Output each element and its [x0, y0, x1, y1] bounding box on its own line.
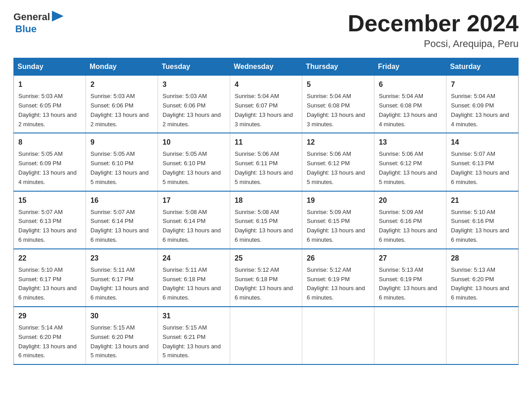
svg-marker-0 [52, 11, 64, 21]
day-info: Sunrise: 5:08 AMSunset: 6:14 PMDaylight:… [163, 209, 221, 243]
calendar-cell: 23Sunrise: 5:11 AMSunset: 6:17 PMDayligh… [86, 249, 158, 307]
day-header-wednesday: Wednesday [230, 58, 302, 76]
calendar-cell: 16Sunrise: 5:07 AMSunset: 6:14 PMDayligh… [86, 191, 158, 249]
calendar-cell: 6Sunrise: 5:04 AMSunset: 6:08 PMDaylight… [374, 76, 446, 133]
calendar-week-row: 22Sunrise: 5:10 AMSunset: 6:17 PMDayligh… [14, 249, 519, 307]
day-info: Sunrise: 5:04 AMSunset: 6:08 PMDaylight:… [379, 93, 437, 127]
day-number: 19 [307, 195, 369, 206]
calendar-cell: 7Sunrise: 5:04 AMSunset: 6:09 PMDaylight… [446, 76, 519, 133]
day-info: Sunrise: 5:07 AMSunset: 6:13 PMDaylight:… [451, 150, 509, 185]
day-header-monday: Monday [86, 58, 158, 76]
day-number: 13 [379, 137, 442, 148]
day-info: Sunrise: 5:04 AMSunset: 6:09 PMDaylight:… [451, 93, 509, 127]
day-number: 17 [163, 195, 225, 206]
day-info: Sunrise: 5:05 AMSunset: 6:09 PMDaylight:… [18, 150, 77, 185]
day-number: 1 [18, 79, 81, 90]
calendar-cell: 25Sunrise: 5:12 AMSunset: 6:18 PMDayligh… [230, 249, 302, 307]
day-number: 23 [90, 253, 153, 264]
calendar-cell: 19Sunrise: 5:09 AMSunset: 6:15 PMDayligh… [302, 191, 374, 249]
day-info: Sunrise: 5:10 AMSunset: 6:16 PMDaylight:… [451, 209, 509, 243]
day-number: 26 [307, 253, 369, 264]
calendar-cell: 22Sunrise: 5:10 AMSunset: 6:17 PMDayligh… [14, 249, 86, 307]
day-number: 18 [235, 195, 297, 206]
calendar-cell: 28Sunrise: 5:13 AMSunset: 6:20 PMDayligh… [446, 249, 519, 307]
day-number: 12 [307, 137, 369, 148]
day-number: 30 [90, 311, 153, 321]
month-title: December 2024 [348, 11, 519, 36]
calendar-cell: 21Sunrise: 5:10 AMSunset: 6:16 PMDayligh… [446, 191, 519, 249]
calendar-cell: 27Sunrise: 5:13 AMSunset: 6:19 PMDayligh… [374, 249, 446, 307]
day-info: Sunrise: 5:15 AMSunset: 6:21 PMDaylight:… [163, 324, 221, 359]
calendar-week-row: 8Sunrise: 5:05 AMSunset: 6:09 PMDaylight… [14, 133, 519, 191]
calendar-cell: 18Sunrise: 5:08 AMSunset: 6:15 PMDayligh… [230, 191, 302, 249]
day-info: Sunrise: 5:14 AMSunset: 6:20 PMDaylight:… [18, 324, 77, 359]
day-number: 9 [90, 137, 153, 148]
day-number: 3 [163, 79, 225, 90]
day-header-tuesday: Tuesday [158, 58, 230, 76]
day-number: 14 [451, 137, 514, 148]
calendar-cell: 31Sunrise: 5:15 AMSunset: 6:21 PMDayligh… [158, 307, 230, 364]
day-header-thursday: Thursday [302, 58, 374, 76]
day-number: 15 [18, 195, 81, 206]
calendar-cell [230, 307, 302, 364]
day-info: Sunrise: 5:12 AMSunset: 6:19 PMDaylight:… [307, 266, 365, 301]
calendar-cell: 15Sunrise: 5:07 AMSunset: 6:13 PMDayligh… [14, 191, 86, 249]
day-info: Sunrise: 5:04 AMSunset: 6:07 PMDaylight:… [235, 93, 293, 127]
calendar-cell: 1Sunrise: 5:03 AMSunset: 6:05 PMDaylight… [14, 76, 86, 133]
calendar-week-row: 1Sunrise: 5:03 AMSunset: 6:05 PMDaylight… [14, 76, 519, 133]
calendar-cell: 11Sunrise: 5:06 AMSunset: 6:11 PMDayligh… [230, 133, 302, 191]
calendar-header-row: SundayMondayTuesdayWednesdayThursdayFrid… [14, 58, 519, 76]
day-number: 4 [235, 79, 297, 90]
day-info: Sunrise: 5:06 AMSunset: 6:12 PMDaylight:… [379, 150, 437, 185]
calendar-cell: 14Sunrise: 5:07 AMSunset: 6:13 PMDayligh… [446, 133, 519, 191]
day-info: Sunrise: 5:15 AMSunset: 6:20 PMDaylight:… [90, 324, 149, 359]
day-info: Sunrise: 5:03 AMSunset: 6:06 PMDaylight:… [163, 93, 221, 127]
calendar-cell: 10Sunrise: 5:05 AMSunset: 6:10 PMDayligh… [158, 133, 230, 191]
calendar-cell: 3Sunrise: 5:03 AMSunset: 6:06 PMDaylight… [158, 76, 230, 133]
day-info: Sunrise: 5:11 AMSunset: 6:17 PMDaylight:… [90, 266, 149, 301]
calendar-cell: 8Sunrise: 5:05 AMSunset: 6:09 PMDaylight… [14, 133, 86, 191]
day-info: Sunrise: 5:09 AMSunset: 6:15 PMDaylight:… [307, 209, 365, 243]
calendar-cell: 24Sunrise: 5:11 AMSunset: 6:18 PMDayligh… [158, 249, 230, 307]
day-number: 8 [18, 137, 81, 148]
calendar-cell: 29Sunrise: 5:14 AMSunset: 6:20 PMDayligh… [14, 307, 86, 364]
calendar-cell: 4Sunrise: 5:04 AMSunset: 6:07 PMDaylight… [230, 76, 302, 133]
calendar-cell: 30Sunrise: 5:15 AMSunset: 6:20 PMDayligh… [86, 307, 158, 364]
day-info: Sunrise: 5:04 AMSunset: 6:08 PMDaylight:… [307, 93, 365, 127]
calendar-cell [446, 307, 519, 364]
day-info: Sunrise: 5:09 AMSunset: 6:16 PMDaylight:… [379, 209, 437, 243]
day-info: Sunrise: 5:06 AMSunset: 6:12 PMDaylight:… [307, 150, 365, 185]
logo: General Blue [13, 11, 64, 35]
day-info: Sunrise: 5:13 AMSunset: 6:19 PMDaylight:… [379, 266, 437, 301]
day-info: Sunrise: 5:07 AMSunset: 6:13 PMDaylight:… [18, 209, 77, 243]
day-info: Sunrise: 5:13 AMSunset: 6:20 PMDaylight:… [451, 266, 509, 301]
day-number: 6 [379, 79, 442, 90]
day-info: Sunrise: 5:05 AMSunset: 6:10 PMDaylight:… [163, 150, 221, 185]
day-number: 29 [18, 311, 81, 321]
day-info: Sunrise: 5:03 AMSunset: 6:05 PMDaylight:… [18, 93, 77, 127]
day-header-sunday: Sunday [14, 58, 86, 76]
day-info: Sunrise: 5:11 AMSunset: 6:18 PMDaylight:… [163, 266, 221, 301]
day-info: Sunrise: 5:07 AMSunset: 6:14 PMDaylight:… [90, 209, 149, 243]
day-info: Sunrise: 5:03 AMSunset: 6:06 PMDaylight:… [90, 93, 149, 127]
title-area: December 2024 Pocsi, Arequipa, Peru [348, 11, 519, 50]
day-header-friday: Friday [374, 58, 446, 76]
calendar-cell: 2Sunrise: 5:03 AMSunset: 6:06 PMDaylight… [86, 76, 158, 133]
calendar-cell: 20Sunrise: 5:09 AMSunset: 6:16 PMDayligh… [374, 191, 446, 249]
day-info: Sunrise: 5:06 AMSunset: 6:11 PMDaylight:… [235, 150, 293, 185]
logo-text-general: General [13, 11, 50, 23]
calendar-cell: 5Sunrise: 5:04 AMSunset: 6:08 PMDaylight… [302, 76, 374, 133]
location-title: Pocsi, Arequipa, Peru [348, 38, 519, 50]
calendar-cell: 17Sunrise: 5:08 AMSunset: 6:14 PMDayligh… [158, 191, 230, 249]
day-number: 20 [379, 195, 442, 206]
day-number: 7 [451, 79, 514, 90]
day-number: 22 [18, 253, 81, 264]
day-header-saturday: Saturday [446, 58, 519, 76]
day-number: 27 [379, 253, 442, 264]
logo-icon [51, 10, 64, 23]
calendar-table: SundayMondayTuesdayWednesdayThursdayFrid… [13, 58, 519, 365]
calendar-cell [302, 307, 374, 364]
header: General Blue December 2024 Pocsi, Arequi… [13, 11, 519, 50]
day-info: Sunrise: 5:05 AMSunset: 6:10 PMDaylight:… [90, 150, 149, 185]
calendar-cell [374, 307, 446, 364]
